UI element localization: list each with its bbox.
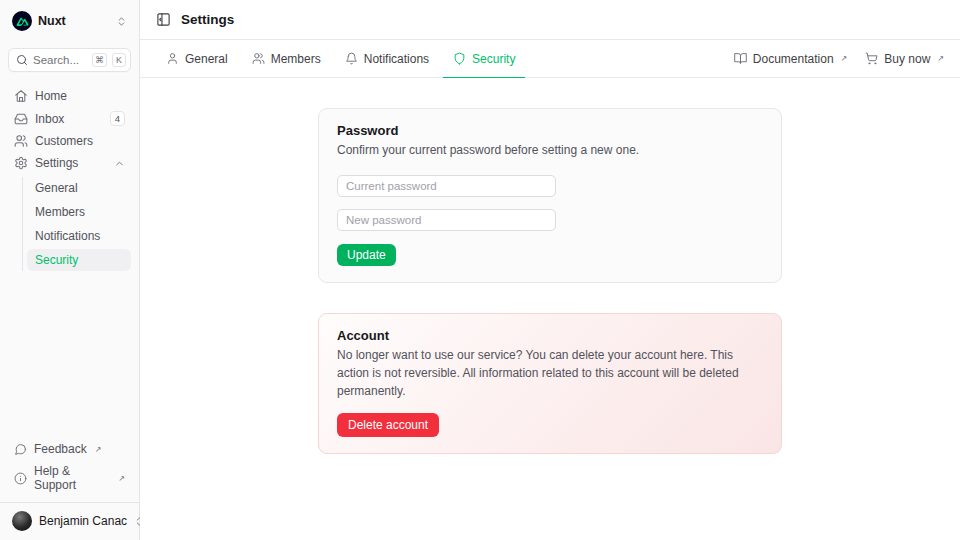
external-link-icon: ↗: [95, 445, 102, 454]
content-area: Settings General Members: [140, 0, 960, 540]
sidebar-nav: Home Inbox 4 Customers Settings: [8, 86, 131, 271]
user-menu[interactable]: Benjamin Canac: [8, 508, 131, 534]
settings-subtree: General Members Notifications Security: [22, 177, 131, 271]
inbox-icon: [14, 112, 28, 126]
user-name: Benjamin Canac: [39, 514, 127, 528]
sidebar-item-label: Customers: [35, 134, 125, 148]
sidebar-item-label: Inbox: [35, 112, 103, 126]
message-bubble-icon: [14, 443, 27, 456]
search-placeholder: Search...: [33, 54, 87, 66]
tab-security[interactable]: Security: [443, 40, 525, 78]
users-icon: [252, 52, 265, 65]
buy-now-link[interactable]: Buy now ↗: [865, 52, 944, 66]
shield-icon: [453, 52, 466, 65]
documentation-label: Documentation: [753, 52, 834, 66]
chevron-up-down-icon: [116, 16, 127, 27]
tab-label: General: [185, 52, 228, 66]
sidebar-spacer: [8, 271, 131, 438]
sub-item-label: General: [35, 181, 78, 195]
tab-members[interactable]: Members: [242, 40, 331, 78]
password-card-description: Confirm your current password before set…: [337, 141, 763, 159]
sidebar-item-customers[interactable]: Customers: [8, 131, 131, 151]
nuxt-logo-icon: [12, 11, 32, 31]
cart-icon: [865, 52, 878, 65]
feedback-label: Feedback: [34, 442, 87, 456]
settings-security-page: Password Confirm your current password b…: [140, 78, 960, 540]
password-card: Password Confirm your current password b…: [318, 108, 782, 283]
external-link-icon: ↗: [937, 54, 944, 63]
tab-label: Security: [472, 52, 515, 66]
sub-item-label: Members: [35, 205, 85, 219]
kbd-cmd: ⌘: [92, 53, 107, 67]
kbd-k: K: [112, 53, 126, 67]
account-card-description: No longer want to use our service? You c…: [337, 346, 763, 400]
documentation-link[interactable]: Documentation ↗: [734, 52, 847, 66]
bell-icon: [345, 52, 358, 65]
sub-item-label: Notifications: [35, 229, 100, 243]
tab-general[interactable]: General: [156, 40, 238, 78]
sidebar-item-label: Home: [35, 89, 125, 103]
sidebar-item-notifications[interactable]: Notifications: [27, 225, 131, 247]
page-header: Settings: [140, 0, 960, 40]
update-password-button[interactable]: Update: [337, 244, 396, 266]
search-icon: [16, 54, 28, 66]
users-icon: [14, 134, 28, 148]
external-link-icon: ↗: [118, 474, 125, 483]
password-card-title: Password: [337, 123, 763, 138]
external-link-icon: ↗: [841, 54, 848, 63]
tab-bar: General Members Notifications: [140, 40, 960, 78]
avatar: [12, 511, 32, 531]
sidebar-item-home[interactable]: Home: [8, 86, 131, 106]
user-icon: [166, 52, 179, 65]
sub-item-label: Security: [35, 253, 78, 267]
sidebar-item-members[interactable]: Members: [27, 201, 131, 223]
tab-label: Notifications: [364, 52, 429, 66]
tab-notifications[interactable]: Notifications: [335, 40, 439, 78]
chevron-up-icon: [114, 158, 125, 169]
header-links: Documentation ↗ Buy now ↗: [734, 40, 944, 77]
delete-account-button[interactable]: Delete account: [337, 413, 439, 437]
page-title: Settings: [181, 12, 234, 27]
help-support-link[interactable]: Help & Support ↗: [8, 460, 131, 496]
feedback-link[interactable]: Feedback ↗: [8, 438, 131, 460]
buy-now-label: Buy now: [884, 52, 930, 66]
home-icon: [14, 89, 28, 103]
sidebar-divider: [0, 502, 139, 503]
gear-icon: [14, 156, 28, 170]
team-name: Nuxt: [38, 14, 110, 28]
tab-label: Members: [271, 52, 321, 66]
sidebar-item-inbox[interactable]: Inbox 4: [8, 108, 131, 129]
new-password-input[interactable]: [337, 209, 556, 231]
tabs: General Members Notifications: [156, 40, 525, 77]
info-circle-icon: [14, 472, 27, 485]
collapse-sidebar-icon[interactable]: [156, 12, 171, 27]
team-switcher[interactable]: Nuxt: [8, 8, 131, 34]
search-input[interactable]: Search... ⌘ K: [8, 48, 131, 72]
account-card: Account No longer want to use our servic…: [318, 313, 782, 454]
sidebar-item-settings[interactable]: Settings: [8, 153, 131, 173]
book-open-icon: [734, 52, 747, 65]
sidebar-item-label: Settings: [35, 156, 107, 170]
sidebar-item-security[interactable]: Security: [27, 249, 131, 271]
inbox-count-badge: 4: [110, 111, 125, 126]
account-card-title: Account: [337, 328, 763, 343]
help-support-label: Help & Support: [34, 464, 110, 492]
sidebar: Nuxt Search... ⌘ K Home: [0, 0, 140, 540]
sidebar-item-general[interactable]: General: [27, 177, 131, 199]
current-password-input[interactable]: [337, 175, 556, 197]
app-window: Nuxt Search... ⌘ K Home: [0, 0, 960, 540]
